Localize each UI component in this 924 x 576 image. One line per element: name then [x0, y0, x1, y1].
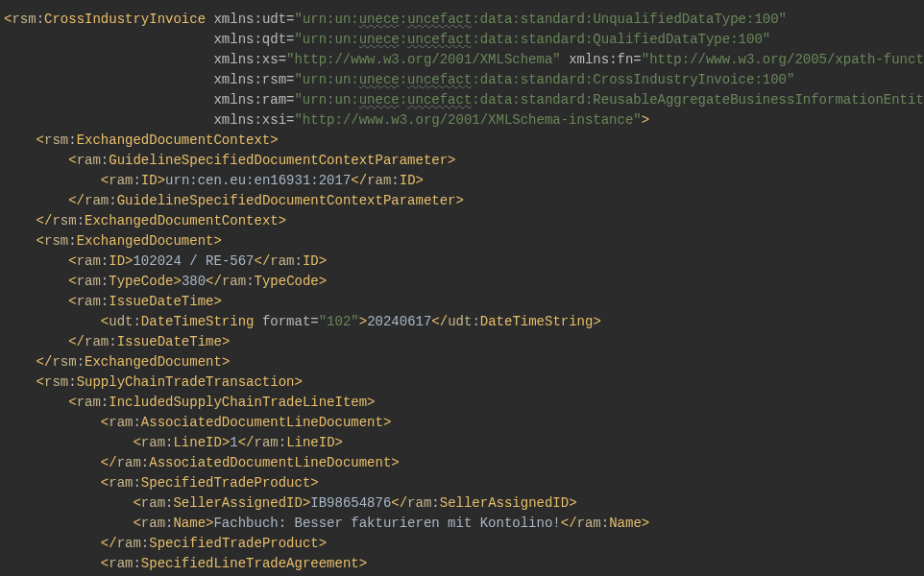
code-line: xmlns:rsm="urn:un:unece:uncefact:data:st…: [4, 70, 920, 90]
code-line: xmlns:xsi="http://www.w3.org/2001/XMLSch…: [4, 110, 920, 131]
attr-val: "http://www.w3.org/2001/XMLSchema-instan…: [294, 112, 641, 128]
code-line: xmlns:xs="http://www.w3.org/2001/XMLSche…: [4, 50, 920, 70]
code-line: <udt:DateTimeString format="102">2024061…: [4, 312, 920, 332]
text-content: IB98654876: [310, 495, 391, 511]
text-content: 102024 / RE-567: [133, 253, 254, 269]
code-line: </ram:GuidelineSpecifiedDocumentContextP…: [4, 191, 920, 211]
code-line: </ram:SpecifiedTradeProduct>: [4, 534, 920, 554]
attr-key: xmlns:udt: [213, 12, 286, 27]
code-line: <rsm:SupplyChainTradeTransaction>: [4, 372, 920, 393]
code-line: <ram:SpecifiedTradeProduct>: [4, 473, 920, 493]
colon: :: [36, 12, 44, 27]
attr-key: xmlns:xsi: [213, 112, 286, 128]
code-line: <rsm:ExchangedDocumentContext>: [4, 131, 920, 151]
text-content: 1: [230, 435, 237, 450]
tag-name: ID: [141, 173, 158, 188]
code-line: </ram:IssueDateTime>: [4, 332, 920, 352]
attr-val: "urn:un:unece:uncefact:data:standard:Reu…: [294, 92, 924, 108]
tag-name: SpecifiedLineTradeAgreement: [141, 556, 359, 571]
tag-name: CrossIndustryInvoice: [44, 12, 206, 27]
code-line: <ram:IssueDateTime>: [4, 292, 920, 312]
attr-val: "http://www.w3.org/2001/XMLSchema": [286, 52, 561, 67]
attr-key: xmlns:rsm: [213, 72, 286, 87]
code-editor[interactable]: <rsm:CrossIndustryInvoice xmlns:udt="urn…: [0, 0, 924, 576]
attr-key: xmlns:qdt: [213, 32, 286, 47]
attr-key: xmlns:ram: [213, 92, 286, 108]
tag-name: IncludedSupplyChainTradeLineItem: [109, 395, 367, 410]
spellcheck-word: unece: [359, 12, 400, 27]
code-line: <ram:LineID>1</ram:LineID>: [4, 433, 920, 453]
code-line: <rsm:CrossIndustryInvoice xmlns:udt="urn…: [4, 10, 920, 30]
text-content: 380: [182, 274, 206, 289]
code-line: </rsm:ExchangedDocumentContext>: [4, 211, 920, 231]
attr-val: "urn:un:unece:uncefact:data:standard:Unq…: [295, 12, 788, 27]
code-line: </rsm:ExchangedDocument>: [4, 352, 920, 372]
code-line: <ram:ID>102024 / RE-567</ram:ID>: [4, 252, 920, 272]
code-line: xmlns:qdt="urn:un:unece:uncefact:data:st…: [4, 30, 920, 50]
code-line: xmlns:ram="urn:un:unece:uncefact:data:st…: [4, 90, 920, 110]
code-line: <ram:Name>Fachbuch: Besser fakturieren m…: [4, 514, 920, 534]
code-line: <ram:TypeCode>380</ram:TypeCode>: [4, 272, 920, 292]
attr-val: "urn:un:unece:uncefact:data:standard:Qua…: [294, 32, 770, 47]
code-line: <ram:SellerAssignedID>IB98654876</ram:Se…: [4, 493, 920, 514]
text-content: 20240617: [367, 314, 431, 329]
code-line: <ram:IncludedSupplyChainTradeLineItem>: [4, 393, 920, 413]
text-content: urn:cen.eu:en16931:2017: [165, 173, 351, 188]
code-line: <ram:ID>urn:cen.eu:en16931:2017</ram:ID>: [4, 171, 920, 191]
tag-name: AssociatedDocumentLineDocument: [141, 415, 383, 430]
equals: =: [286, 12, 294, 27]
code-line: </ram:AssociatedDocumentLineDocument>: [4, 453, 920, 473]
tag-name: ExchangedDocumentContext: [77, 132, 271, 148]
code-line: <ram:SpecifiedLineTradeAgreement>: [4, 554, 920, 574]
tag-name: ExchangedDocument: [77, 233, 214, 249]
attr-key: format: [262, 314, 310, 329]
attr-key: xmlns:xs: [213, 52, 278, 67]
ns-prefix: rsm: [12, 12, 36, 27]
attr-key: xmlns:fn: [569, 52, 633, 67]
attr-val: "http://www.w3.org/2005/xpath-functions": [642, 52, 924, 67]
tag-name: SupplyChainTradeTransaction: [77, 374, 295, 390]
attr-val: "urn:un:unece:uncefact:data:standard:Cro…: [294, 72, 794, 87]
tag-name: SpecifiedTradeProduct: [141, 475, 310, 491]
code-line: <rsm:ExchangedDocument>: [4, 231, 920, 252]
spellcheck-word: uncefact: [407, 12, 472, 27]
text-content: Fachbuch: Besser fakturieren mit Kontoli…: [213, 516, 560, 531]
attr-val: "102": [319, 314, 359, 329]
tag-name: GuidelineSpecifiedDocumentContextParamet…: [109, 153, 448, 168]
code-line: <ram:AssociatedDocumentLineDocument>: [4, 413, 920, 433]
code-line: <ram:GuidelineSpecifiedDocumentContextPa…: [4, 151, 920, 171]
